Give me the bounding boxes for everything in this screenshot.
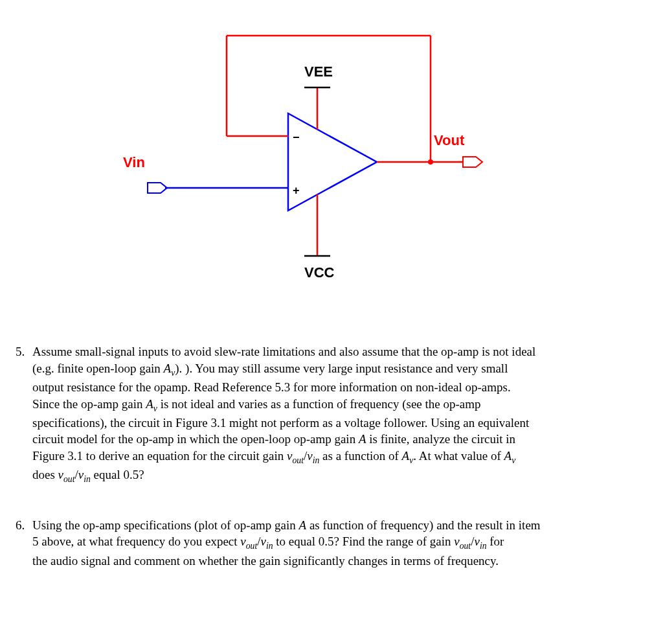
- p5-l3: output resistance for the opamp. Read Re…: [32, 380, 511, 394]
- p5-l8a: does: [32, 468, 58, 481]
- p5-l4b: is not ideal and varies as a function of…: [157, 397, 481, 411]
- p5-l8b: equal 0.5?: [91, 468, 144, 481]
- p5-l1: Assume small-signal inputs to avoid slew…: [32, 345, 535, 358]
- p6-vin: v: [261, 535, 266, 548]
- p5-vout2: v: [58, 468, 63, 481]
- p5-l7b: as a function of: [319, 449, 401, 463]
- feedback-node: [428, 159, 433, 165]
- p6-vout-sub: out: [246, 541, 257, 551]
- p6-vout: v: [240, 535, 245, 548]
- p5-Av-1a: A: [164, 362, 172, 375]
- vin-port-icon: [148, 183, 167, 193]
- problem-5-number: 5.: [16, 343, 25, 360]
- p5-vin-sub: in: [313, 455, 320, 465]
- problem-6-number: 6.: [16, 517, 25, 534]
- problem-6: 6. Using the op-amp specifications (plot…: [32, 517, 631, 569]
- p5-l6b: is finite, analyze the circuit in: [366, 432, 516, 446]
- p6-l2a: 5 above, at what frequency do you expect: [32, 535, 240, 548]
- p5-l2b: ). ). You may still assume very large in…: [175, 362, 508, 375]
- p5-Av-3a: A: [402, 449, 410, 463]
- p6-l3: the audio signal and comment on whether …: [32, 554, 499, 568]
- p6-l2c: for: [487, 535, 504, 548]
- p5-vout2-sub: out: [63, 474, 74, 484]
- vcc-label: VCC: [304, 264, 335, 281]
- p6-vout2: v: [454, 535, 459, 548]
- opamp-triangle: [288, 113, 377, 211]
- p6-l1a: Using the op-amp specifications (plot of…: [32, 518, 299, 532]
- opamp-svg: − + VEE VCC Vin Vout: [0, 0, 663, 324]
- p5-A-1: A: [359, 432, 366, 446]
- p5-Av-2a: A: [146, 397, 153, 411]
- vout-label: Vout: [434, 132, 465, 148]
- p5-Av-4a: A: [504, 449, 512, 463]
- p5-vout-sub: out: [293, 455, 304, 465]
- p5-l7a: Figure 3.1 to derive an equation for the…: [32, 449, 287, 463]
- p6-A: A: [299, 518, 307, 532]
- problem-text: 5. Assume small-signal inputs to avoid s…: [0, 324, 663, 619]
- p5-l4a: Since the op-amp gain: [32, 397, 146, 411]
- circuit-diagram: − + VEE VCC Vin Vout: [0, 0, 663, 324]
- problem-5: 5. Assume small-signal inputs to avoid s…: [32, 343, 631, 486]
- plus-sign: +: [293, 184, 300, 197]
- p6-vin2: v: [474, 535, 479, 548]
- p5-vout: v: [287, 449, 292, 463]
- p6-vin2-sub: in: [480, 541, 487, 551]
- p6-l2b: to equal 0.5? Find the range of gain: [273, 535, 455, 548]
- p6-vin-sub: in: [266, 541, 273, 551]
- vee-label: VEE: [304, 63, 333, 80]
- p5-l5: specifications), the circuit in Figure 3…: [32, 416, 529, 430]
- p6-l1b: as function of frequency) and the result…: [306, 518, 540, 532]
- p5-vin: v: [307, 449, 312, 463]
- vin-label: Vin: [123, 154, 145, 170]
- p6-vout2-sub: out: [460, 541, 471, 551]
- p5-l6a: circuit model for the op-amp in which th…: [32, 432, 359, 446]
- p5-l7c: . At what value of: [413, 449, 504, 463]
- minus-sign: −: [293, 131, 300, 144]
- p5-Av-4b: v: [511, 455, 515, 465]
- p5-l2a: (e.g. finite open-loop gain: [32, 362, 164, 375]
- p5-vin2-sub: in: [84, 474, 91, 484]
- p5-vin2: v: [78, 468, 84, 481]
- vout-port-icon: [463, 157, 482, 167]
